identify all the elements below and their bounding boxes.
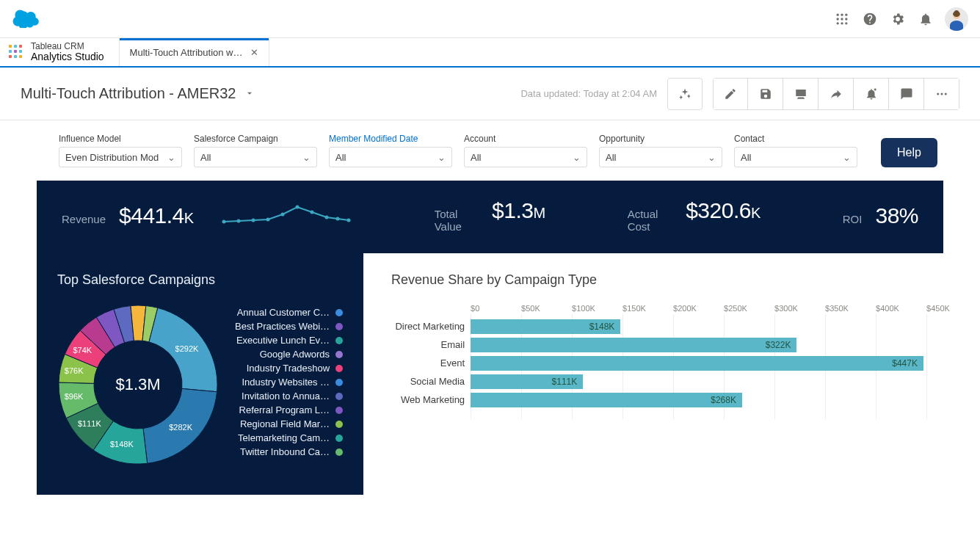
axis-tick: $50K (521, 304, 572, 313)
kpi-strip: Revenue $441.4K Total Value $1.3M Actual… (37, 181, 943, 253)
salesforce-logo[interactable] (12, 7, 41, 31)
legend-item[interactable]: Annual Customer C… (235, 307, 343, 318)
app-name-line1: Tableau CRM (31, 42, 104, 51)
filter-select-member-modified-date[interactable]: All⌄ (329, 147, 452, 167)
svg-point-23 (346, 218, 350, 222)
filter-influence-model: Influence Model Even Distribution Mod⌄ (59, 134, 182, 167)
legend-item[interactable]: Telemarketing Cam… (235, 432, 343, 443)
action-group (713, 78, 959, 110)
share-button[interactable] (819, 78, 854, 110)
svg-point-20 (310, 210, 313, 214)
donut-slice-label: $96K (65, 392, 84, 401)
legend-item[interactable]: Best Practices Webi… (235, 321, 343, 332)
bar: $447K (471, 356, 923, 371)
filter-select-salesforce-campaign[interactable]: All⌄ (194, 147, 317, 167)
bar: $268K (471, 393, 742, 407)
legend-swatch (335, 365, 343, 372)
data-updated-text: Data updated: Today at 2:04 AM (520, 88, 657, 99)
help-button[interactable]: Help (881, 138, 937, 167)
revenue-sparkline (220, 201, 352, 230)
bar-row[interactable]: Direct Marketing$148K (471, 317, 977, 335)
present-button[interactable] (783, 78, 819, 110)
save-button[interactable] (748, 78, 783, 110)
kpi-roi: ROI 38% (843, 203, 918, 228)
svg-point-12 (940, 92, 943, 95)
app-tabs: Tableau CRM Analytics Studio Multi-Touch… (0, 38, 980, 68)
user-avatar[interactable] (945, 7, 968, 31)
axis-tick: $300K (774, 304, 825, 313)
legend-item[interactable]: Referral Program L… (235, 404, 343, 415)
svg-point-11 (937, 92, 939, 95)
axis-tick: $100K (572, 304, 623, 313)
app-home[interactable]: Tableau CRM Analytics Studio (0, 38, 119, 66)
filter-account: Account All⌄ (464, 134, 587, 167)
edit-button[interactable] (713, 78, 748, 110)
svg-point-14 (222, 219, 225, 223)
legend-item[interactable]: Twitter Inbound Ca… (235, 446, 343, 457)
legend-item[interactable]: Regional Field Mar… (235, 418, 343, 429)
donut-slice-label: $148K (110, 440, 134, 449)
bar-row-label: Social Media (391, 376, 465, 387)
workspace-tab[interactable]: Multi-Touch Attribution w… ✕ (119, 38, 269, 66)
close-tab-icon[interactable]: ✕ (250, 47, 258, 58)
axis-tick: $350K (825, 304, 876, 313)
filter-salesforce-campaign: Salesforce Campaign All⌄ (194, 134, 317, 167)
filter-select-opportunity[interactable]: All⌄ (599, 147, 722, 167)
bar-axis: $0$50K$100K$150K$200K$250K$300K$350K$400… (471, 304, 977, 313)
axis-tick: $250K (724, 304, 774, 313)
bar-row-label: Direct Marketing (391, 321, 465, 332)
legend-item[interactable]: Industry Tradeshow (235, 363, 343, 374)
filter-select-contact[interactable]: All⌄ (734, 147, 857, 167)
donut-legend: Annual Customer C…Best Practices Webi…Ex… (235, 307, 343, 457)
global-header (0, 0, 980, 38)
kpi-label: Actual Cost (628, 208, 673, 233)
chevron-down-icon: ⌄ (302, 152, 311, 163)
chevron-down-icon: ⌄ (708, 152, 716, 163)
donut-chart[interactable]: $1.3M $292K$282K$148K$111K$96K$76K$74K (57, 304, 219, 465)
title-dropdown-icon[interactable] (244, 85, 255, 102)
legend-swatch (335, 449, 343, 456)
svg-point-5 (845, 18, 847, 20)
donut-slice-label: $111K (78, 419, 101, 428)
panel-top-campaigns: Top Salesforce Campaigns $1.3M $292K$282… (37, 253, 363, 495)
bar-row-label: Event (391, 357, 465, 368)
svg-point-16 (251, 218, 255, 222)
filter-select-influence-model[interactable]: Even Distribution Mod⌄ (59, 147, 182, 167)
legend-label: Invitation to Annua… (242, 391, 330, 402)
comments-button[interactable] (889, 78, 924, 110)
legend-swatch (335, 351, 343, 358)
legend-item[interactable]: Invitation to Annua… (235, 391, 343, 402)
legend-label: Twitter Inbound Ca… (240, 446, 330, 457)
filter-select-account[interactable]: All⌄ (464, 147, 587, 167)
subscribe-button[interactable] (854, 78, 889, 110)
run-button[interactable] (667, 78, 703, 110)
svg-point-19 (295, 205, 299, 208)
page-title: Multi-Touch Attribution - AMER32 (21, 85, 236, 102)
svg-point-6 (837, 22, 839, 24)
bar-chart[interactable]: $0$50K$100K$150K$200K$250K$300K$350K$400… (391, 304, 977, 416)
app-waffle-icon (9, 45, 23, 59)
app-name-line2: Analytics Studio (31, 51, 104, 63)
settings-gear-icon[interactable] (889, 10, 907, 28)
legend-item[interactable]: Google Adwords (235, 349, 343, 360)
legend-label: Referral Program L… (239, 404, 330, 415)
legend-label: Industry Tradeshow (247, 363, 330, 374)
legend-label: Industry Websites … (242, 377, 330, 388)
app-launcher-icon[interactable] (833, 10, 851, 28)
bar-row[interactable]: Social Media$111K (471, 372, 977, 391)
legend-label: Best Practices Webi… (235, 321, 330, 332)
filter-label: Opportunity (599, 134, 722, 144)
panels-row: Top Salesforce Campaigns $1.3M $292K$282… (37, 253, 943, 495)
help-icon[interactable] (861, 10, 879, 28)
legend-item[interactable]: Executive Lunch Ev… (235, 335, 343, 346)
panel-title: Revenue Share by Campaign Type (391, 272, 977, 288)
bar-row[interactable]: Web Marketing$268K (471, 391, 977, 409)
notifications-bell-icon[interactable] (917, 10, 934, 28)
filter-bar: Influence Model Even Distribution Mod⌄ S… (37, 120, 943, 181)
panel-title: Top Salesforce Campaigns (57, 272, 343, 288)
legend-swatch (335, 337, 343, 344)
more-actions-button[interactable] (924, 78, 959, 110)
legend-item[interactable]: Industry Websites … (235, 377, 343, 388)
bar-row[interactable]: Event$447K (471, 354, 977, 372)
bar-row[interactable]: Email$322K (471, 335, 977, 354)
